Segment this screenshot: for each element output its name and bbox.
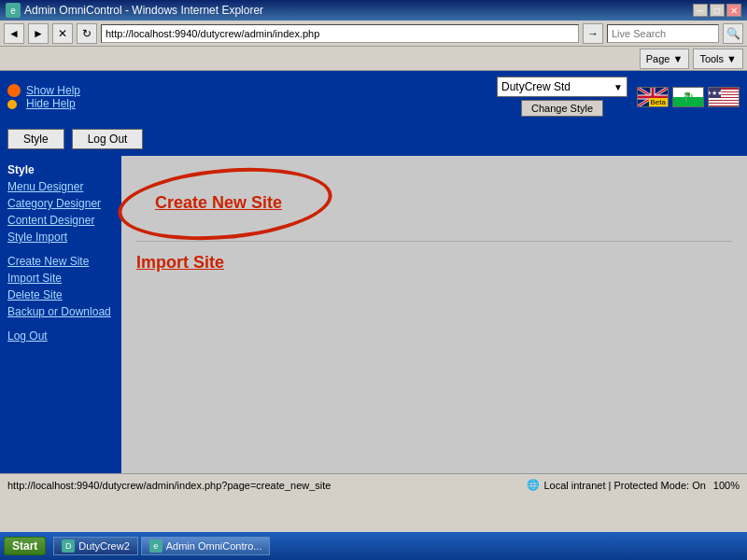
style-selector: DutyCrew Std ▼ Change Style — [497, 77, 627, 117]
create-new-site-link[interactable]: Create New Site — [136, 180, 301, 226]
flags-section: Beta 🐉 ★★★ — [637, 87, 740, 107]
uk-flag[interactable]: Beta — [637, 87, 669, 107]
sidebar-item-create-new-site[interactable]: Create New Site — [0, 253, 121, 270]
address-input[interactable] — [101, 24, 579, 43]
logo-section: Show Help Hide Help — [7, 84, 80, 110]
zone-icon: 🌐 — [527, 479, 540, 491]
address-bar: ◄ ► ✕ ↻ → 🔍 — [0, 21, 747, 47]
tools-menu-button[interactable]: Tools ▼ — [693, 49, 743, 69]
search-input[interactable] — [607, 24, 719, 43]
close-button[interactable]: ✕ — [726, 4, 741, 17]
zoom-level: 100% — [713, 480, 740, 491]
taskbar-item-label: DutyCrew2 — [78, 540, 129, 552]
taskbar: Start D DutyCrew2 e Admin OmniContro... — [0, 532, 747, 560]
help-section: Show Help Hide Help — [26, 84, 80, 110]
sidebar-section-style: Style — [0, 160, 121, 178]
hide-help-link[interactable]: Hide Help — [26, 97, 80, 110]
page-menu-button[interactable]: Page ▼ — [640, 49, 690, 69]
zone-text: Local intranet | Protected Mode: On — [543, 480, 705, 491]
search-button[interactable]: 🔍 — [723, 23, 743, 44]
ie-icon: e — [6, 3, 21, 18]
create-new-site-container: Create New Site — [136, 180, 301, 226]
sidebar-item-delete-site[interactable]: Delete Site — [0, 287, 121, 303]
taskbar-item-admin[interactable]: e Admin OmniContro... — [141, 537, 271, 555]
start-button[interactable]: Start — [4, 537, 46, 555]
wales-flag[interactable]: 🐉 — [672, 87, 704, 107]
logo-icon-1 — [7, 84, 21, 97]
maximize-button[interactable]: □ — [710, 4, 725, 17]
logo-icon-2 — [7, 100, 17, 109]
style-nav-button[interactable]: Style — [7, 129, 64, 149]
taskbar-item-dutycrew[interactable]: D DutyCrew2 — [53, 537, 137, 555]
sidebar-item-import-site[interactable]: Import Site — [0, 270, 121, 287]
logout-nav-button[interactable]: Log Out — [72, 129, 144, 149]
forward-button[interactable]: ► — [28, 23, 49, 44]
svg-text:★★★: ★★★ — [709, 90, 723, 96]
sidebar-item-menu-designer[interactable]: Menu Designer — [0, 178, 121, 195]
svg-rect-9 — [709, 101, 739, 103]
status-zone: 🌐 Local intranet | Protected Mode: On — [527, 479, 705, 491]
minimize-button[interactable]: ─ — [693, 4, 708, 17]
sidebar: Style Menu Designer Category Designer Co… — [0, 156, 121, 473]
svg-rect-10 — [709, 104, 739, 105]
taskbar-item-admin-label: Admin OmniContro... — [166, 540, 262, 552]
svg-rect-8 — [709, 98, 739, 100]
ie-taskbar-icon: e — [149, 539, 162, 553]
style-dropdown[interactable]: DutyCrew Std ▼ — [497, 77, 627, 97]
beta-badge: Beta — [649, 98, 668, 106]
title-bar: e Admin OmniControl - Windows Internet E… — [0, 0, 747, 21]
window-controls: ─ □ ✕ — [693, 4, 741, 17]
taskbar-items: D DutyCrew2 e Admin OmniContro... — [53, 537, 270, 555]
app-nav-bar: Style Log Out — [0, 122, 747, 156]
sidebar-divider-2 — [0, 320, 121, 328]
us-flag[interactable]: ★★★ — [708, 87, 740, 107]
svg-text:🐉: 🐉 — [683, 91, 695, 103]
refresh-button[interactable]: ↻ — [77, 23, 97, 44]
main-layout: Style Menu Designer Category Designer Co… — [0, 156, 747, 473]
sidebar-item-content-designer[interactable]: Content Designer — [0, 212, 121, 229]
back-button[interactable]: ◄ — [4, 23, 24, 44]
stop-button[interactable]: ✕ — [52, 23, 73, 44]
sidebar-item-style-import[interactable]: Style Import — [0, 229, 121, 245]
status-url: http://localhost:9940/dutycrew/admin/ind… — [7, 480, 519, 491]
show-help-link[interactable]: Show Help — [26, 84, 80, 97]
us-flag-svg: ★★★ — [709, 88, 739, 106]
sidebar-divider-1 — [0, 245, 121, 253]
import-site-link[interactable]: Import Site — [136, 249, 732, 276]
window-title: Admin OmniControl - Windows Internet Exp… — [24, 4, 693, 17]
dutycrew-taskbar-icon: D — [62, 539, 75, 553]
sidebar-item-backup[interactable]: Backup or Download — [0, 303, 121, 320]
change-style-button[interactable]: Change Style — [521, 100, 603, 117]
wales-flag-svg: 🐉 — [673, 88, 703, 106]
sidebar-item-logout[interactable]: Log Out — [0, 328, 121, 344]
status-bar: http://localhost:9940/dutycrew/admin/ind… — [0, 473, 747, 496]
go-button[interactable]: → — [583, 23, 603, 44]
ie-toolbar: Page ▼ Tools ▼ — [0, 47, 747, 71]
content-divider — [136, 241, 732, 242]
content-area: Create New Site Import Site — [121, 156, 747, 473]
sidebar-item-category-designer[interactable]: Category Designer — [0, 195, 121, 212]
dropdown-arrow-icon: ▼ — [613, 82, 623, 92]
app-header: Show Help Hide Help DutyCrew Std ▼ Chang… — [0, 71, 747, 122]
